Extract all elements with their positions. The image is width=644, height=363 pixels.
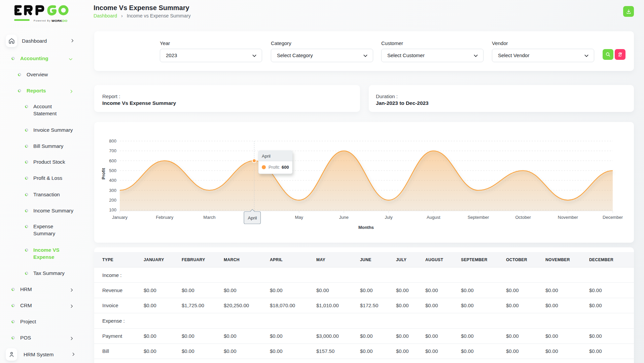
svg-text:October: October xyxy=(515,215,531,220)
svg-text:600: 600 xyxy=(109,158,116,163)
svg-text:July: July xyxy=(385,215,393,220)
svg-text:100: 100 xyxy=(109,207,116,212)
svg-text:500: 500 xyxy=(109,168,116,173)
svg-text:600: 600 xyxy=(282,165,289,170)
svg-text:800: 800 xyxy=(109,138,116,144)
svg-text:400: 400 xyxy=(109,178,116,183)
svg-text:April: April xyxy=(248,215,257,220)
svg-text:April: April xyxy=(262,154,271,159)
svg-text:November: November xyxy=(558,215,578,220)
svg-text:200: 200 xyxy=(109,198,116,203)
svg-text:Profit: Profit xyxy=(101,168,106,179)
svg-text:January: January xyxy=(112,215,128,220)
svg-text:Powered By: Powered By xyxy=(34,19,51,22)
svg-text:December: December xyxy=(603,215,623,220)
svg-text:WORKDO: WORKDO xyxy=(51,19,68,23)
svg-text:May: May xyxy=(295,215,303,220)
svg-text:August: August xyxy=(427,215,440,220)
svg-text:September: September xyxy=(468,215,489,220)
svg-text:Profit:: Profit: xyxy=(269,165,280,170)
svg-text:June: June xyxy=(339,215,349,220)
svg-text:300: 300 xyxy=(109,188,116,193)
svg-text:Months: Months xyxy=(358,225,374,230)
svg-text:700: 700 xyxy=(109,148,116,153)
svg-text:February: February xyxy=(156,215,174,220)
svg-text:March: March xyxy=(203,215,215,220)
